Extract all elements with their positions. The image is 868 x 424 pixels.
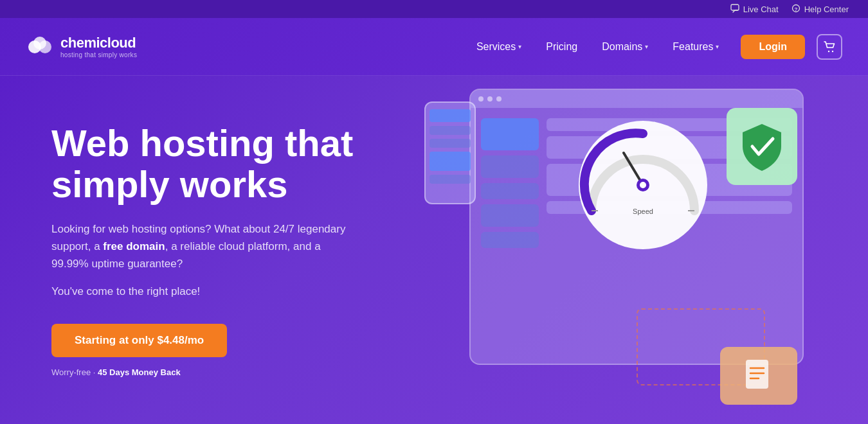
nav-pricing-label: Pricing [546,41,577,53]
main-nav: Services ▾ Pricing Domains ▾ Features ▾ … [467,34,842,60]
browser-dot [487,96,493,102]
chevron-down-icon: ▾ [716,43,719,50]
nav-domains[interactable]: Domains ▾ [593,36,657,58]
hero-section: Web hosting that simply works Looking fo… [0,76,868,424]
hero-content: Web hosting that simply works Looking fo… [51,123,405,376]
svg-point-6 [828,50,829,51]
shield-icon [739,121,784,172]
help-center-label: Help Center [804,4,849,14]
chat-icon [730,4,739,15]
svg-point-5 [33,37,46,49]
nav-services-label: Services [476,41,516,53]
logo[interactable]: chemicloud hosting that simply works [26,33,137,61]
phone-illustration [424,102,476,204]
phone-row [429,139,471,148]
logo-name: chemicloud [60,35,137,51]
shield-badge-illustration [727,108,797,185]
logo-icon [26,33,54,61]
sidebar-block [481,183,539,199]
sidebar-block [481,118,539,150]
top-bar: Live Chat ? Help Center [0,0,868,18]
phone-row [429,175,471,184]
sidebar-block [481,155,539,178]
nav-domains-label: Domains [602,41,642,53]
help-icon: ? [791,4,800,15]
phone-row [429,109,471,122]
phone-row [429,126,471,135]
browser-bar [471,90,802,108]
sidebar-block [481,204,539,227]
logo-text: chemicloud hosting that simply works [60,35,137,58]
hero-description: Looking for web hosting options? What ab… [51,220,360,273]
svg-point-13 [640,182,646,188]
file-icon [739,357,778,395]
hero-description2: You've come to the right place! [51,283,405,300]
header: chemicloud hosting that simply works Ser… [0,18,868,76]
live-chat-label: Live Chat [743,4,779,14]
browser-dot [496,96,502,102]
cart-button[interactable] [817,34,842,60]
phone-row [429,152,471,171]
browser-dot [478,96,484,102]
money-back-prefix: Worry-free · [51,367,98,377]
cta-button[interactable]: Starting at only $4.48/mo [51,324,227,357]
svg-rect-15 [746,360,768,389]
help-center-link[interactable]: ? Help Center [791,4,849,15]
logo-tagline: hosting that simply works [60,51,137,58]
svg-text:Speed: Speed [633,208,653,215]
nav-features[interactable]: Features ▾ [664,36,728,58]
nav-pricing[interactable]: Pricing [537,36,586,58]
browser-sidebar [481,118,539,248]
nav-features-label: Features [673,41,713,53]
cart-icon [823,40,836,53]
login-button[interactable]: Login [741,35,805,59]
hero-desc-bold: free domain [103,240,165,252]
money-back-bold: 45 Days Money Back [98,367,181,377]
chevron-down-icon: ▾ [518,43,521,50]
speedometer-illustration: Speed [572,114,714,256]
hero-illustration: Speed [405,76,817,424]
hero-title: Web hosting that simply works [51,123,405,205]
live-chat-link[interactable]: Live Chat [730,4,779,15]
sidebar-block [481,232,539,248]
nav-services[interactable]: Services ▾ [467,36,530,58]
svg-text:?: ? [794,6,797,12]
chevron-down-icon: ▾ [645,43,648,50]
orange-card-illustration [720,347,797,405]
svg-rect-0 [731,4,739,10]
svg-point-7 [832,50,833,51]
money-back-text: Worry-free · 45 Days Money Back [51,367,405,377]
